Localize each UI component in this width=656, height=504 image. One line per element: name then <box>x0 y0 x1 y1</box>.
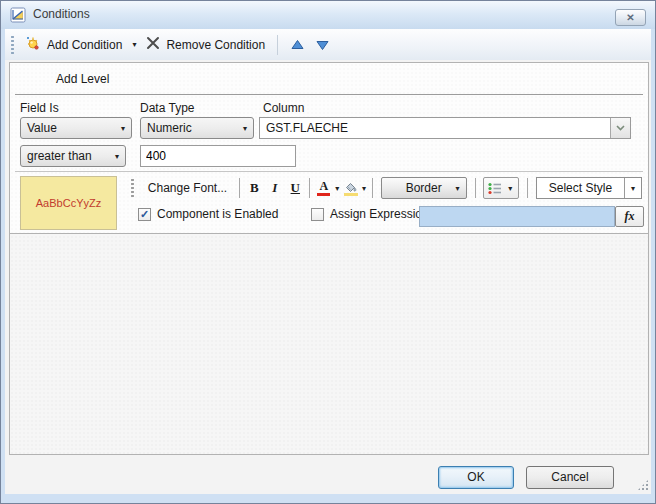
chevron-down-icon: ▾ <box>362 184 366 193</box>
column-value: GST.FLAECHE <box>260 118 610 138</box>
change-font-button[interactable]: Change Font... <box>140 178 235 198</box>
expression-input[interactable] <box>419 206 615 227</box>
field-is-value: Value <box>27 121 57 135</box>
format-preview: AaBbCcYyZz <box>20 176 117 230</box>
move-up-button[interactable] <box>285 37 310 53</box>
check-icon: ✓ <box>140 209 149 220</box>
select-style-combo[interactable]: Select Style ▾ <box>536 177 642 199</box>
separator <box>309 178 310 198</box>
arrow-down-icon <box>316 39 329 51</box>
add-condition-icon <box>25 35 41 54</box>
format-toolbar: Change Font... B I U A ▾ <box>128 175 646 201</box>
data-type-label: Data Type <box>140 101 194 115</box>
chevron-down-icon: ▾ <box>456 184 460 193</box>
chevron-down-icon: ▾ <box>132 40 136 49</box>
resize-grip[interactable] <box>637 479 649 491</box>
arrow-up-icon <box>291 39 304 51</box>
border-label: Border <box>406 181 442 195</box>
conditions-dialog-icon <box>10 7 26 23</box>
editor-separator <box>15 171 643 172</box>
add-condition-label: Add Condition <box>47 38 122 52</box>
title-bar[interactable]: Conditions ✕ <box>1 1 655 29</box>
editor-separator <box>15 94 643 95</box>
cancel-button[interactable]: Cancel <box>526 466 614 489</box>
font-color-button[interactable]: A <box>315 180 332 196</box>
chevron-down-icon: ▾ <box>631 184 635 193</box>
component-enabled-checkbox[interactable]: ✓ <box>138 208 151 221</box>
condition-editor: Add Level Field Is Data Type Column Valu… <box>10 63 648 234</box>
fill-color-dropdown[interactable]: ▾ <box>362 184 366 193</box>
move-down-button[interactable] <box>310 37 335 53</box>
chevron-down-icon <box>616 125 625 131</box>
conditions-panel: Add Level Field Is Data Type Column Valu… <box>9 62 649 455</box>
separator <box>372 178 373 198</box>
remove-condition-label: Remove Condition <box>166 38 265 52</box>
chevron-down-icon: ▾ <box>121 124 125 133</box>
separator <box>475 178 476 198</box>
column-label: Column <box>263 101 304 115</box>
fill-color-swatch <box>344 193 358 196</box>
window-title: Conditions <box>33 1 90 28</box>
operator-value: greater than <box>27 149 92 163</box>
assign-expression-label: Assign Expression <box>330 207 429 221</box>
data-type-select[interactable]: Numeric ▾ <box>140 117 254 139</box>
bold-button[interactable]: B <box>244 178 264 198</box>
underline-button[interactable]: U <box>285 178 305 198</box>
add-condition-button[interactable]: Add Condition <box>20 32 127 57</box>
select-style-value: Select Style <box>537 178 624 198</box>
component-enabled-option: ✓ Component is Enabled <box>138 207 278 221</box>
border-dropdown-button[interactable]: Border ▾ <box>381 177 467 199</box>
close-icon: ✕ <box>626 12 634 23</box>
column-dropdown-button[interactable] <box>610 118 630 138</box>
chevron-down-icon: ▾ <box>508 184 512 193</box>
main-toolbar: Add Condition ▾ Remove Condition <box>5 29 651 60</box>
paint-bucket-icon <box>343 181 358 193</box>
chevron-down-icon: ▾ <box>243 124 247 133</box>
toolbar-grip[interactable] <box>11 35 14 55</box>
icon-set-dropdown-button[interactable]: ▾ <box>483 177 518 199</box>
add-condition-dropdown-button[interactable]: ▾ <box>127 38 141 51</box>
font-color-dropdown[interactable]: ▾ <box>335 184 339 193</box>
chevron-down-icon: ▾ <box>335 184 339 193</box>
select-style-dropdown-button[interactable]: ▾ <box>624 178 641 198</box>
toolbar-separator <box>277 35 278 55</box>
dialog-client-area: Add Condition ▾ Remove Condition <box>5 29 651 494</box>
assign-expression-option: Assign Expression <box>311 207 429 221</box>
italic-button[interactable]: I <box>265 178 285 198</box>
icon-set-list-icon <box>488 182 502 195</box>
assign-expression-checkbox[interactable] <box>311 208 324 221</box>
conditions-dialog: Conditions ✕ <box>0 0 656 504</box>
column-select[interactable]: GST.FLAECHE <box>259 117 631 139</box>
remove-condition-button[interactable]: Remove Condition <box>141 33 270 56</box>
chevron-down-icon: ▾ <box>115 152 119 161</box>
fx-icon: fx <box>625 209 635 224</box>
operand-input[interactable] <box>140 145 296 167</box>
field-is-select[interactable]: Value ▾ <box>20 117 132 139</box>
font-color-swatch <box>317 193 330 196</box>
operator-select[interactable]: greater than ▾ <box>20 145 126 167</box>
ok-button[interactable]: OK <box>438 466 514 489</box>
add-level-button[interactable]: Add Level <box>56 72 109 86</box>
fill-color-button[interactable] <box>342 181 359 196</box>
separator <box>527 178 528 198</box>
field-is-label: Field Is <box>20 101 59 115</box>
format-toolbar-grip[interactable] <box>131 179 134 197</box>
close-button[interactable]: ✕ <box>615 9 646 26</box>
remove-condition-icon <box>146 36 160 53</box>
separator <box>239 178 240 198</box>
component-enabled-label: Component is Enabled <box>157 207 278 221</box>
data-type-value: Numeric <box>147 121 192 135</box>
expression-editor-button[interactable]: fx <box>615 206 644 227</box>
font-color-icon: A <box>319 180 328 192</box>
